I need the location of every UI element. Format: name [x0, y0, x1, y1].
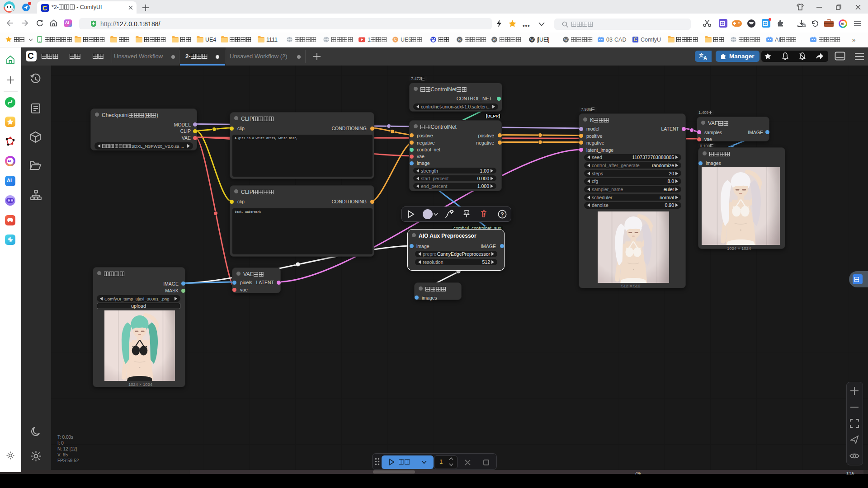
svg-text:W: W [493, 38, 496, 42]
svg-text:C: C [634, 37, 637, 42]
svg-text:W: W [458, 38, 462, 42]
svg-text:W: W [564, 38, 568, 42]
svg-text:A: A [703, 55, 707, 61]
svg-text:W: W [530, 38, 534, 42]
svg-text:C: C [394, 37, 397, 42]
svg-text:?: ? [500, 211, 504, 218]
